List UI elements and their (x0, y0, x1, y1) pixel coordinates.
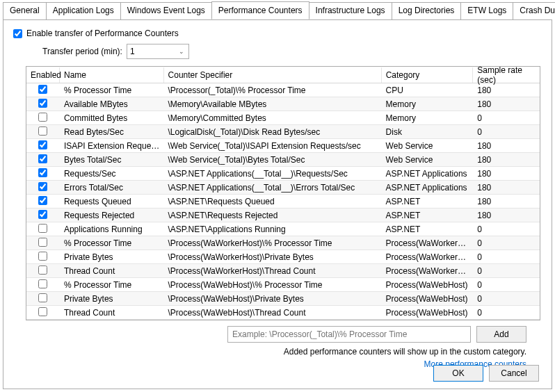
row-rate: 180 (473, 98, 540, 111)
table-row[interactable]: Private Bytes\Process(WaWorkerHost)\Priv… (26, 250, 540, 264)
row-enabled-checkbox[interactable] (38, 293, 47, 302)
table-row[interactable]: Thread Count\Process(WaWebHost)\Thread C… (26, 306, 540, 320)
row-enabled-checkbox[interactable] (38, 196, 47, 205)
row-name: % Processor Time (60, 237, 164, 250)
enable-transfer-label: Enable transfer of Performance Counters (26, 28, 179, 38)
tab-etw-logs[interactable]: ETW Logs (460, 2, 513, 20)
row-enabled-checkbox[interactable] (38, 224, 47, 233)
row-enabled-checkbox[interactable] (38, 140, 47, 149)
row-spec: \Process(WaWorkerHost)\Thread Count (163, 265, 381, 277)
row-enabled-checkbox[interactable] (38, 99, 47, 108)
row-category: Process(WaWebHost) (382, 279, 474, 291)
row-spec: \Process(WaWorkerHost)\% Processor Time (163, 237, 381, 250)
row-enabled-checkbox[interactable] (38, 307, 47, 316)
tab-general[interactable]: General (3, 2, 47, 20)
table-row[interactable]: Available MBytes\Memory\Available MBytes… (26, 97, 540, 111)
ok-button[interactable]: OK (433, 365, 483, 382)
row-enabled-checkbox[interactable] (38, 168, 47, 177)
row-name: Read Bytes/Sec (60, 126, 164, 138)
row-category: ASP.NET (382, 223, 474, 236)
col-header-name[interactable]: Name (60, 67, 164, 83)
row-category: Web Service (382, 140, 474, 152)
row-rate: 180 (473, 181, 540, 194)
tab-log-directories[interactable]: Log Directories (392, 2, 462, 20)
table-row[interactable]: Requests/Sec\ASP.NET Applications(__Tota… (26, 167, 540, 181)
row-category: ASP.NET (382, 209, 474, 222)
tab-windows-event-logs[interactable]: Windows Event Logs (120, 2, 212, 20)
row-enabled-checkbox[interactable] (38, 266, 47, 275)
table-row[interactable]: % Processor Time\Process(WaWebHost)\% Pr… (26, 278, 540, 292)
tab-application-logs[interactable]: Application Logs (46, 2, 121, 20)
row-name: Private Bytes (60, 251, 164, 263)
row-category: Process(WaWorkerHost) (382, 251, 474, 263)
row-spec: \Web Service(_Total)\ISAPI Extension Req… (163, 140, 381, 152)
row-name: Thread Count (60, 307, 164, 319)
row-spec: \ASP.NET\Requests Queued (163, 195, 381, 208)
row-spec: \Process(WaWebHost)\% Processor Time (163, 279, 381, 291)
counters-grid: Enabled Name Counter Specifier Category … (26, 66, 540, 320)
table-row[interactable]: % Processor Time\Process(WaWorkerHost)\%… (26, 236, 540, 250)
col-header-category[interactable]: Category (382, 67, 474, 83)
grid-body[interactable]: % Processor Time\Processor(_Total)\% Pro… (26, 83, 540, 320)
row-spec: \ASP.NET Applications(__Total__)\Errors … (163, 181, 381, 194)
table-row[interactable]: % Processor Time\Processor(_Total)\% Pro… (26, 83, 540, 97)
row-rate: 0 (473, 237, 540, 250)
row-name: Errors Total/Sec (60, 181, 164, 194)
row-enabled-checkbox[interactable] (38, 154, 47, 163)
transfer-period-input[interactable] (127, 45, 176, 58)
row-rate: 180 (473, 195, 540, 208)
col-header-spec[interactable]: Counter Specifier (164, 67, 382, 83)
col-header-enabled[interactable]: Enabled (26, 67, 60, 83)
table-row[interactable]: Committed Bytes\Memory\Committed BytesMe… (26, 111, 540, 125)
add-button[interactable]: Add (476, 326, 526, 343)
row-name: Thread Count (60, 265, 164, 277)
table-row[interactable]: Read Bytes/Sec\LogicalDisk(_Total)\Disk … (26, 125, 540, 139)
row-enabled-checkbox[interactable] (38, 252, 47, 261)
row-enabled-checkbox[interactable] (38, 279, 47, 288)
table-row[interactable]: Bytes Total/Sec\Web Service(_Total)\Byte… (26, 153, 540, 167)
enable-transfer-checkbox[interactable] (13, 29, 22, 38)
row-spec: \Web Service(_Total)\Bytes Total/Sec (163, 154, 381, 166)
row-category: ASP.NET Applications (382, 181, 474, 194)
tab-infrastructure-logs[interactable]: Infrastructure Logs (309, 2, 392, 20)
row-enabled-checkbox[interactable] (38, 85, 47, 94)
tab-performance-counters[interactable]: Performance Counters (211, 1, 309, 19)
row-enabled-checkbox[interactable] (38, 182, 47, 191)
table-row[interactable]: Thread Count\Process(WaWorkerHost)\Threa… (26, 264, 540, 278)
row-enabled-checkbox[interactable] (38, 113, 47, 122)
row-rate: 0 (473, 265, 540, 277)
row-category: ASP.NET Applications (382, 168, 474, 180)
table-row[interactable]: Applications Running\ASP.NET\Application… (26, 222, 540, 236)
row-spec: \Processor(_Total)\% Processor Time (163, 84, 381, 97)
row-spec: \Process(WaWebHost)\Thread Count (163, 307, 381, 319)
dialog-button-row: OK Cancel (433, 365, 539, 382)
row-enabled-checkbox[interactable] (38, 126, 47, 136)
row-name: Requests Rejected (60, 209, 164, 222)
row-enabled-checkbox[interactable] (38, 238, 47, 247)
tab-crash-dumps[interactable]: Crash Dumps (513, 2, 555, 20)
transfer-period-row: Transfer period (min): ⌄ (42, 44, 542, 59)
table-row[interactable]: Requests Queued\ASP.NET\Requests QueuedA… (26, 195, 540, 209)
row-category: Memory (382, 112, 474, 124)
table-row[interactable]: Requests Rejected\ASP.NET\Requests Rejec… (26, 209, 540, 222)
table-row[interactable]: Private Bytes\Process(WaWebHost)\Private… (26, 292, 540, 306)
row-enabled-checkbox[interactable] (38, 210, 47, 219)
table-row[interactable]: ISAPI Extension Requests/...\Web Service… (26, 139, 540, 153)
table-row[interactable]: Errors Total/Sec\ASP.NET Applications(__… (26, 181, 540, 195)
transfer-period-combo[interactable]: ⌄ (127, 44, 189, 59)
chevron-down-icon[interactable]: ⌄ (176, 48, 187, 55)
row-rate: 0 (473, 112, 540, 124)
row-rate: 180 (473, 154, 540, 166)
row-spec: \ASP.NET\Applications Running (163, 223, 381, 236)
add-counter-input[interactable] (227, 326, 471, 343)
row-name: Applications Running (60, 223, 164, 236)
row-rate: 180 (473, 140, 540, 152)
row-name: ISAPI Extension Requests/... (60, 140, 164, 152)
cancel-button[interactable]: Cancel (489, 365, 539, 382)
row-category: CPU (382, 84, 474, 97)
row-category: Web Service (382, 154, 474, 166)
row-rate: 0 (473, 293, 540, 305)
row-rate: 180 (473, 209, 540, 222)
row-category: Disk (382, 126, 474, 138)
tab-strip: GeneralApplication LogsWindows Event Log… (0, 0, 555, 19)
